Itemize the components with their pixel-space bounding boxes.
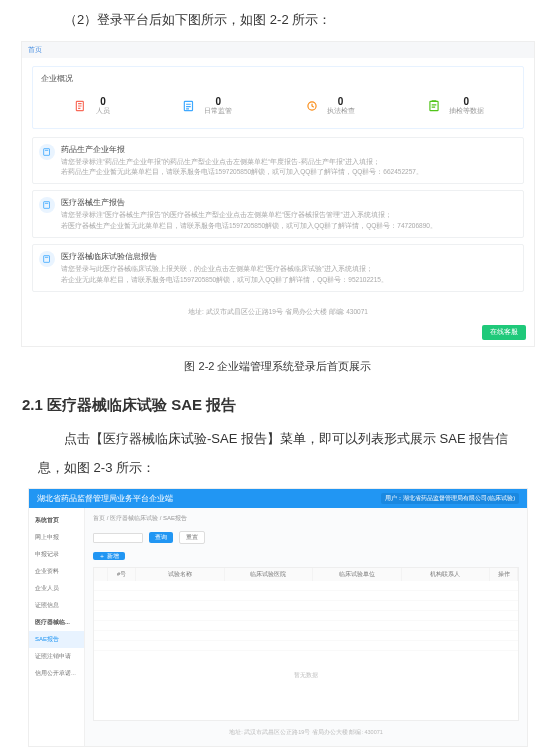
- svg-rect-6: [44, 256, 50, 263]
- new-button[interactable]: ＋ 新增: [93, 552, 125, 560]
- filter-row: 查询 重置: [89, 529, 523, 550]
- overview-card: 企业概况 0人员 0日常监管 0执法检查 0抽检等数据: [32, 66, 524, 129]
- table-no-data: 暂无数据: [94, 651, 518, 720]
- stat-sample: 0抽检等数据: [425, 96, 484, 116]
- doc-paragraph-2: 点击【医疗器械临床试验-SAE 报告】菜单，即可以列表形式展示 SAE 报告信息…: [0, 425, 556, 482]
- notice-title: 药品生产企业年报: [61, 144, 515, 155]
- th-check[interactable]: [94, 568, 108, 581]
- stat-enforce: 0执法检查: [303, 96, 355, 116]
- stat-label: 人员: [96, 107, 110, 116]
- app-title: 湖北省药品监督管理局业务平台企业端: [37, 493, 173, 504]
- filter-select-1[interactable]: [93, 533, 143, 543]
- svg-rect-3: [430, 101, 438, 110]
- notice-clinical-trial: 医疗器械临床试验信息报告 请您登录与此医疗器械临床试验上报关联，的企业点击左侧菜…: [32, 244, 524, 292]
- notice-title: 医疗器械生产报告: [61, 197, 515, 208]
- sidebar-item-sae[interactable]: SAE报告: [29, 631, 84, 648]
- online-service-button[interactable]: 在线客服: [482, 325, 526, 340]
- stat-label: 抽检等数据: [449, 107, 484, 116]
- footer-address: 地址: 武汉市武昌区公正路19号 省局办公大楼 邮编: 430071: [89, 723, 523, 742]
- sidebar-item-entinfo[interactable]: 企业资料: [29, 563, 84, 580]
- user-badge[interactable]: 用户：湖北省药品监督管理局有限公司(临床试验): [381, 493, 519, 504]
- sidebar-item-license[interactable]: 证照信息: [29, 597, 84, 614]
- th-no: #号: [108, 568, 136, 581]
- svg-rect-4: [44, 148, 50, 155]
- notice-body: 请您登录标注“医疗器械生产报告”的医疗器械生产型企业点击左侧菜单栏“医疗器械报告…: [61, 210, 515, 220]
- sidebar-item-credit[interactable]: 信用公开承诺...: [29, 665, 84, 682]
- notice-device-prod: 医疗器械生产报告 请您登录标注“医疗器械生产报告”的医疗器械生产型企业点击左侧菜…: [32, 190, 524, 238]
- sidebar-item-records[interactable]: 申报记录: [29, 546, 84, 563]
- sidebar-item-clinical[interactable]: 医疗器械临...: [29, 614, 84, 631]
- bell-icon: [39, 144, 55, 160]
- stat-num: 0: [464, 96, 470, 107]
- th-ops: 操作: [490, 568, 518, 581]
- th-contact: 机构联系人: [402, 568, 491, 581]
- breadcrumb: 首页: [22, 42, 534, 58]
- svg-rect-5: [44, 202, 50, 209]
- notice-title: 医疗器械临床试验信息报告: [61, 251, 515, 262]
- stat-daily: 0日常监管: [180, 96, 232, 116]
- figure-2-2-caption: 图 2-2 企业端管理系统登录后首页展示: [0, 359, 556, 374]
- sidebar-item-cancel[interactable]: 证照注销申请: [29, 648, 84, 665]
- sidebar-item-home[interactable]: 系统首页: [29, 512, 84, 529]
- notice-body: 请您登录与此医疗器械临床试验上报关联，的企业点击左侧菜单栏“医疗器械临床试验”进…: [61, 264, 515, 274]
- table-head: #号 试验名称 临床试验医院 临床试验单位 机构联系人 操作: [94, 568, 518, 581]
- app-topbar: 湖北省药品监督管理局业务平台企业端 用户：湖北省药品监督管理局有限公司(临床试验…: [29, 489, 527, 508]
- stat-num: 0: [216, 96, 222, 107]
- footer-address: 地址: 武汉市武昌区公正路19号 省局办公大楼 邮编: 430071: [22, 298, 534, 321]
- th-trial-name: 试验名称: [136, 568, 225, 581]
- figure-2-3: 湖北省药品监督管理局业务平台企业端 用户：湖北省药品监督管理局有限公司(临床试验…: [28, 488, 528, 747]
- sae-table: #号 试验名称 临床试验医院 临床试验单位 机构联系人 操作 暂无数据: [93, 567, 519, 721]
- bell-icon: [39, 197, 55, 213]
- stat-label: 日常监管: [204, 107, 232, 116]
- sample-icon: [425, 97, 443, 115]
- reset-button[interactable]: 重置: [179, 531, 205, 544]
- th-unit: 临床试验单位: [313, 568, 402, 581]
- bell-icon: [39, 251, 55, 267]
- search-button[interactable]: 查询: [149, 532, 173, 543]
- figure-2-2: 首页 企业概况 0人员 0日常监管 0执法检查 0抽检等数据: [21, 41, 535, 347]
- stat-people: 0人员: [72, 96, 110, 116]
- daily-icon: [180, 97, 198, 115]
- stat-num: 0: [338, 96, 344, 107]
- sidebar-item-apply[interactable]: 网上申报: [29, 529, 84, 546]
- notice-drug-annual: 药品生产企业年报 请您登录标注“药品生产企业年报”的药品生产型企业点击左侧菜单栏…: [32, 137, 524, 185]
- notice-body: 若企业无此菜单栏目，请联系服务电话1597205850解锁，或可加入QQ群了解详…: [61, 275, 515, 285]
- notice-body: 若药品生产企业暂无此菜单栏目，请联系服务电话1597205850解锁，或可加入Q…: [61, 167, 515, 177]
- sidebar-item-staff[interactable]: 企业人员: [29, 580, 84, 597]
- breadcrumb: 首页 / 医疗器械临床试验 / SAE报告: [89, 512, 523, 529]
- notice-body: 若医疗器械生产企业暂无此菜单栏目，请联系服务电话1597205850解锁，或可加…: [61, 221, 515, 231]
- section-2-1-heading: 2.1 医疗器械临床试验 SAE 报告: [0, 390, 556, 425]
- sidebar: 系统首页 网上申报 申报记录 企业资料 企业人员 证照信息 医疗器械临... S…: [29, 508, 85, 746]
- notice-body: 请您登录标注“药品生产企业年报”的药品生产型企业点击左侧菜单栏“年度报告-药品生…: [61, 157, 515, 167]
- stats-row: 0人员 0日常监管 0执法检查 0抽检等数据: [33, 90, 523, 128]
- doc-paragraph-1: （2）登录平台后如下图所示，如图 2-2 所示：: [0, 6, 556, 35]
- overview-title: 企业概况: [33, 67, 523, 90]
- table-empty-rows: [94, 581, 518, 651]
- enforce-icon: [303, 97, 321, 115]
- th-hospital: 临床试验医院: [225, 568, 314, 581]
- people-icon: [72, 97, 90, 115]
- stat-label: 执法检查: [327, 107, 355, 116]
- main-area: 首页 / 医疗器械临床试验 / SAE报告 查询 重置 ＋ 新增 #号 试验名称…: [85, 508, 527, 746]
- stat-num: 0: [100, 96, 106, 107]
